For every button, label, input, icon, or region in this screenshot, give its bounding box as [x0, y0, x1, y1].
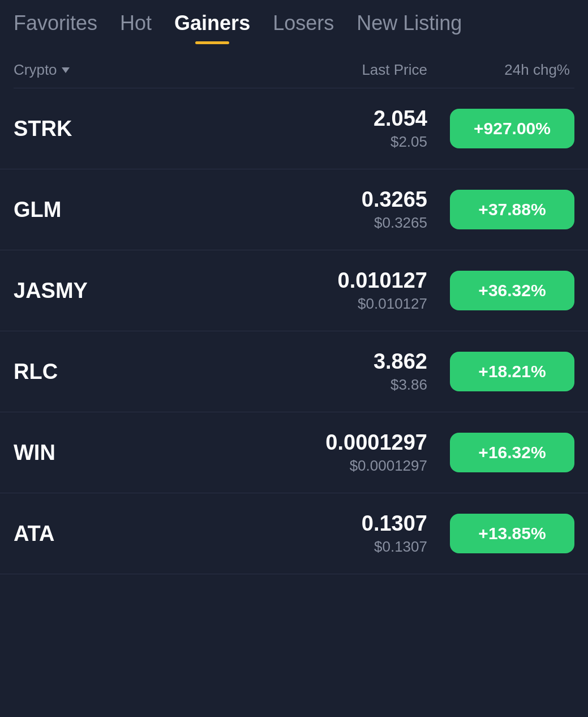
price-usd: $2.05: [257, 133, 427, 151]
tab-favorites[interactable]: Favorites: [14, 11, 97, 44]
change-badge: +927.00%: [450, 109, 574, 148]
price-main: 3.862: [257, 349, 427, 374]
change-badge: +37.88%: [450, 190, 574, 229]
price-usd: $0.3265: [257, 214, 427, 232]
table-row[interactable]: STRK 2.054 $2.05 +927.00%: [0, 88, 588, 169]
price-usd: $3.86: [257, 376, 427, 394]
change-badge: +18.21%: [450, 352, 574, 391]
change-badge-container: +13.85%: [427, 514, 574, 553]
tabs-nav: FavoritesHotGainersLosersNew Listing: [0, 0, 588, 44]
price-column: 3.862 $3.86: [257, 349, 427, 394]
tab-losers[interactable]: Losers: [273, 11, 334, 44]
change-badge-container: +36.32%: [427, 271, 574, 310]
change-badge: +36.32%: [450, 271, 574, 310]
tab-hot[interactable]: Hot: [120, 11, 152, 44]
crypto-symbol: JASMY: [14, 279, 257, 303]
change-badge: +16.32%: [450, 433, 574, 472]
price-main: 0.0001297: [257, 430, 427, 455]
table-row[interactable]: WIN 0.0001297 $0.0001297 +16.32%: [0, 412, 588, 493]
crypto-symbol: GLM: [14, 198, 257, 222]
crypto-symbol: ATA: [14, 522, 257, 546]
change-badge-container: +37.88%: [427, 190, 574, 229]
price-column: 2.054 $2.05: [257, 106, 427, 151]
price-column: 0.010127 $0.010127: [257, 268, 427, 313]
change-badge: +13.85%: [450, 514, 574, 553]
column-headers: Crypto Last Price 24h chg%: [0, 44, 588, 88]
price-usd: $0.010127: [257, 295, 427, 313]
price-column: 0.0001297 $0.0001297: [257, 430, 427, 475]
change-badge-container: +16.32%: [427, 433, 574, 472]
change-badge-container: +18.21%: [427, 352, 574, 391]
price-main: 0.3265: [257, 187, 427, 212]
price-main: 2.054: [257, 106, 427, 131]
crypto-symbol: WIN: [14, 441, 257, 465]
price-usd: $0.0001297: [257, 457, 427, 475]
col-crypto-header[interactable]: Crypto: [14, 61, 257, 79]
change-badge-container: +927.00%: [427, 109, 574, 148]
table-row[interactable]: GLM 0.3265 $0.3265 +37.88%: [0, 169, 588, 250]
price-main: 0.010127: [257, 268, 427, 293]
table-row[interactable]: ATA 0.1307 $0.1307 +13.85%: [0, 493, 588, 574]
crypto-label: Crypto: [14, 61, 57, 79]
table-row[interactable]: JASMY 0.010127 $0.010127 +36.32%: [0, 250, 588, 331]
price-usd: $0.1307: [257, 538, 427, 556]
crypto-list: STRK 2.054 $2.05 +927.00% GLM 0.3265 $0.…: [0, 88, 588, 574]
dropdown-arrow-icon[interactable]: [62, 67, 70, 73]
price-main: 0.1307: [257, 511, 427, 536]
crypto-symbol: RLC: [14, 360, 257, 384]
tab-gainers[interactable]: Gainers: [174, 11, 250, 44]
tab-new-listing[interactable]: New Listing: [357, 11, 462, 44]
col-change-header: 24h chg%: [427, 61, 574, 79]
price-column: 0.1307 $0.1307: [257, 511, 427, 556]
col-price-header: Last Price: [257, 61, 427, 79]
price-column: 0.3265 $0.3265: [257, 187, 427, 232]
crypto-symbol: STRK: [14, 117, 257, 141]
table-row[interactable]: RLC 3.862 $3.86 +18.21%: [0, 331, 588, 412]
